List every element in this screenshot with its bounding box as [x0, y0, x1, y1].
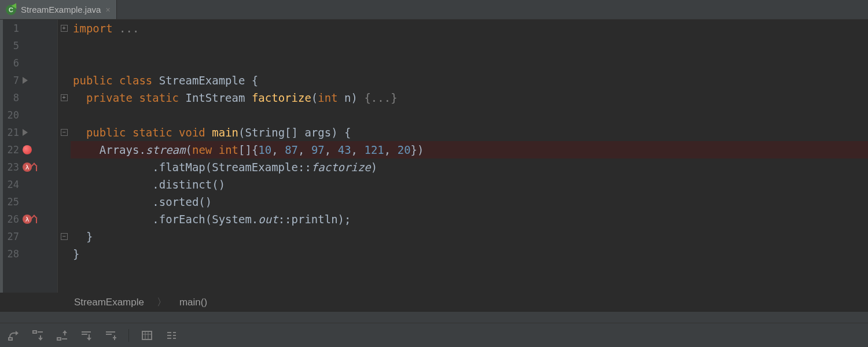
- close-icon[interactable]: ×: [105, 5, 110, 14]
- code-line[interactable]: .sorted(): [71, 193, 868, 211]
- fold-collapse-icon[interactable]: −: [61, 129, 68, 136]
- breadcrumb-method[interactable]: main(): [179, 297, 207, 308]
- step-into-icon[interactable]: [31, 329, 44, 342]
- code-line[interactable]: public static void main(String[] args) {: [71, 124, 868, 141]
- toolbar-separator: [128, 329, 129, 342]
- svg-rect-0: [142, 331, 152, 339]
- step-out-icon[interactable]: [56, 329, 68, 342]
- line-number: 24: [3, 179, 19, 190]
- trace-current-stream-chain-icon[interactable]: [165, 329, 178, 342]
- line-number: 26: [3, 213, 19, 225]
- code-line[interactable]: private static IntStream factorize(int n…: [71, 89, 868, 106]
- code-line[interactable]: public class StreamExample {: [71, 72, 868, 89]
- fold-expand-icon[interactable]: +: [61, 25, 68, 32]
- fold-collapse-icon[interactable]: −: [61, 233, 68, 240]
- line-number: 5: [3, 40, 19, 51]
- line-number: 21: [3, 127, 19, 138]
- code-line[interactable]: .forEach(System.out::println);: [71, 211, 868, 228]
- breadcrumb: StreamExample 〉 main(): [0, 293, 868, 311]
- code-line-breakpoint[interactable]: Arrays.stream(new int[]{10, 87, 97, 43, …: [71, 141, 868, 158]
- fold-column: + + − −: [58, 20, 71, 293]
- lambda-breakpoint-icon[interactable]: λ: [23, 215, 32, 224]
- debug-toolbar: [0, 323, 868, 347]
- code-line[interactable]: }: [71, 228, 868, 245]
- line-number: 25: [3, 196, 19, 208]
- java-class-icon: C: [6, 5, 16, 15]
- code-line[interactable]: [71, 54, 868, 72]
- line-number: 1: [3, 23, 19, 34]
- code-line[interactable]: .flatMap(StreamExample::factorize): [71, 158, 868, 176]
- breadcrumb-class[interactable]: StreamExample: [74, 297, 144, 308]
- step-over-icon[interactable]: [7, 329, 20, 342]
- panel-divider[interactable]: [0, 311, 868, 323]
- code-area[interactable]: import ... public class StreamExample { …: [71, 20, 868, 293]
- line-number: 7: [3, 75, 19, 86]
- code-line[interactable]: import ...: [71, 20, 868, 37]
- run-arrow-icon[interactable]: [23, 77, 28, 84]
- editor: 1 5 6 7 8 20 21 22 23λ 24 25 26λ 27 28 +…: [0, 20, 868, 293]
- line-number: 28: [3, 248, 19, 260]
- code-line[interactable]: [71, 106, 868, 124]
- run-to-cursor-icon[interactable]: [80, 329, 93, 342]
- line-number: 23: [3, 161, 19, 173]
- fold-expand-icon[interactable]: +: [61, 94, 68, 101]
- run-arrow-icon[interactable]: [23, 129, 28, 136]
- line-number: 27: [3, 231, 19, 242]
- code-line[interactable]: [71, 37, 868, 54]
- lambda-breakpoint-icon[interactable]: λ: [23, 163, 32, 172]
- breakpoint-icon[interactable]: [23, 145, 32, 154]
- file-tab[interactable]: C StreamExample.java ×: [0, 0, 117, 19]
- line-number: 6: [3, 57, 19, 69]
- tab-filename: StreamExample.java: [21, 5, 101, 14]
- code-line[interactable]: .distinct(): [71, 176, 868, 193]
- tab-bar: C StreamExample.java ×: [0, 0, 868, 20]
- evaluate-expression-icon[interactable]: [141, 329, 153, 342]
- line-number: 22: [3, 144, 19, 156]
- line-number: 20: [3, 109, 19, 121]
- line-number: 8: [3, 92, 19, 104]
- chevron-right-icon: 〉: [157, 296, 167, 309]
- gutter: 1 5 6 7 8 20 21 22 23λ 24 25 26λ 27 28: [0, 20, 58, 293]
- code-line[interactable]: }: [71, 245, 868, 263]
- drop-frame-icon[interactable]: [104, 329, 117, 342]
